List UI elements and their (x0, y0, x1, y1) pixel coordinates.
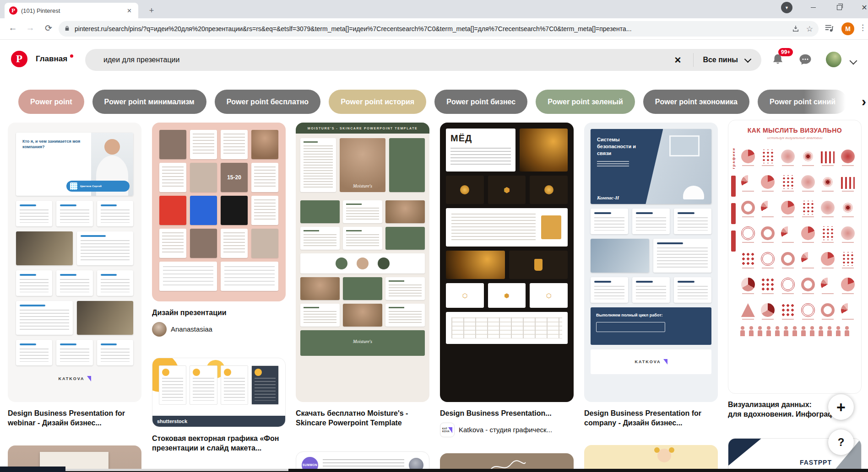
media-control-extension-icon[interactable] (824, 24, 834, 35)
url-text: pinterest.ru/search/pins/?q=идеи%20для%2… (75, 25, 785, 32)
industrial-photo-thumb (16, 231, 73, 265)
pin-image-design-collage[interactable]: 15-20 (152, 123, 286, 301)
tab-title: (101) Pinterest (21, 7, 125, 14)
pin-image-honey[interactable]: МЁД ⬢ ⬡⬢⬡ (440, 123, 574, 402)
portrait-photo: Moisture's (340, 138, 386, 192)
chip-power-point-free[interactable]: Power point бесплатно (215, 90, 320, 114)
monitor (669, 135, 700, 156)
new-tab-button[interactable]: + (146, 5, 157, 16)
pin-title[interactable]: Стоковая векторная графика «Фон презента… (152, 434, 286, 453)
help-button[interactable]: ? (828, 429, 854, 455)
pin-column-3: MOISTURE'S - SKINCARE POWERPOINT TEMPLAT… (296, 123, 429, 472)
cycle-slide: Выполняем полный цикл работ: (591, 307, 711, 345)
pin-image-infographic[interactable]: КАК МЫСЛИТЬ ВИЗУАЛЬНО используя визуальн… (728, 120, 862, 394)
pin-column-4: МЁД ⬢ ⬡⬢⬡ Design Business Presentation..… (440, 123, 574, 472)
user-avatar[interactable] (826, 52, 841, 67)
hard-hat (683, 186, 704, 199)
back-icon[interactable]: ← (6, 23, 19, 33)
pin-title[interactable]: Дизайн презентации (152, 308, 286, 318)
tab-bar: P (101) Pinterest ✕ + ▼ ✕ (0, 0, 868, 18)
browser-window: P (101) Pinterest ✕ + ▼ ✕ ← → ⟳ pinteres… (0, 0, 868, 472)
title-slide: Системы безопасности и связи Компас-Н (591, 129, 711, 204)
pin-title[interactable]: Design Business Presentation for company… (584, 409, 718, 428)
chips-fade-overlay (804, 87, 868, 117)
chrome-update-icon[interactable]: ▼ (781, 2, 792, 13)
pin-image-partial[interactable] (584, 445, 718, 472)
pin-title[interactable]: Design Business Presentation for webinar… (8, 409, 141, 428)
chip-power-point-minimalism[interactable]: Power point минимализм (92, 90, 206, 114)
qr-code (70, 182, 77, 190)
office-photo-thumb (591, 239, 649, 273)
chrome-menu-icon[interactable]: ⋮ (859, 23, 867, 32)
pinterest-favicon-icon: P (9, 6, 17, 15)
pin-column-2: 15-20 Дизайн презентации Ananastasiaa sh… (152, 123, 286, 472)
home-link[interactable]: Главная (36, 54, 67, 64)
katkova-logo: KATKOVA (635, 359, 667, 365)
katkova-logo: KATKOVA (16, 376, 133, 381)
infographic-side-rail: графики (728, 145, 738, 321)
search-divider (693, 53, 694, 67)
pin-title[interactable]: Скачать бесплатно Moisture's - Skincare … (296, 409, 429, 428)
pin-author[interactable]: KATKOVA Katkova - студия графическ... (440, 423, 574, 437)
author-avatar (152, 322, 167, 337)
pinterest-header: P Главная идеи для презентации ✕ Все пин… (0, 40, 868, 79)
tab-close-icon[interactable]: ✕ (125, 6, 134, 15)
search-scope-selector[interactable]: Все пины (703, 56, 738, 64)
template-header: MOISTURE'S - SKINCARE POWERPOINT TEMPLAT… (296, 123, 429, 134)
team-circles (300, 253, 425, 274)
infographic-people-row (728, 326, 861, 336)
chips-scroll-right-icon[interactable]: › (862, 94, 866, 109)
window-close-button[interactable]: ✕ (854, 0, 868, 15)
create-pin-button[interactable]: + (828, 394, 854, 420)
kompas-logo: Компас-Н (597, 195, 619, 200)
chip-power-point-economy[interactable]: Power point экономика (643, 90, 749, 114)
bookmark-star-icon[interactable]: ☆ (806, 24, 813, 34)
infographic-grid (738, 145, 861, 321)
fastppt-logo: FASTPPT (800, 459, 832, 466)
window-minimize-button[interactable] (803, 0, 823, 15)
honey-photo (520, 129, 568, 172)
cartoon-baby (657, 449, 671, 462)
search-filter-chips: Power point Power point минимализм Power… (18, 90, 868, 114)
window-restore-button[interactable] (829, 0, 849, 15)
katkova-avatar: KATKOVA (440, 423, 455, 437)
messages-icon[interactable] (798, 53, 812, 68)
search-input[interactable]: идеи для презентации (103, 56, 671, 64)
chip-power-point-history[interactable]: Power point история (329, 90, 426, 114)
lock-icon (64, 25, 70, 33)
chevron-down-icon[interactable] (744, 55, 752, 63)
notification-dot (70, 54, 73, 58)
pinterest-logo-icon[interactable]: P (11, 51, 27, 67)
pin-title[interactable]: Design Business Presentation... (440, 409, 574, 418)
portrait-photo-tile (251, 130, 278, 159)
forward-icon[interactable]: → (24, 23, 37, 33)
search-bar[interactable]: идеи для презентации ✕ Все пины (85, 49, 761, 71)
pin-author[interactable]: Ananastasiaa (152, 322, 286, 337)
address-bar[interactable]: pinterest.ru/search/pins/?q=идеи%20для%2… (59, 21, 819, 37)
shutterstock-watermark: shutterstock (152, 416, 285, 427)
reload-icon[interactable]: ⟳ (42, 23, 55, 33)
download-icon[interactable] (792, 25, 800, 33)
chip-power-point[interactable]: Power point (18, 90, 84, 114)
browser-tab-pinterest[interactable]: P (101) Pinterest ✕ (5, 3, 138, 18)
speaker-badge: Цветков Сергей (66, 181, 130, 192)
chip-power-point-green[interactable]: Power point зеленый (536, 90, 635, 114)
chip-power-point-business[interactable]: Power point бизнес (434, 90, 527, 114)
pin-image-shutterstock[interactable]: shutterstock (152, 358, 286, 427)
navy-triangle (728, 439, 783, 469)
pin-image-kompas[interactable]: Системы безопасности и связи Компас-Н Вы… (584, 123, 718, 402)
pin-image-interplast[interactable]: INTERPLAST Кто я, и чем занимается моя к… (8, 123, 141, 402)
pin-column-5: Системы безопасности и связи Компас-Н Вы… (584, 123, 718, 472)
chrome-profile-avatar[interactable]: M (841, 22, 854, 35)
pin-image-moistures[interactable]: MOISTURE'S - SKINCARE POWERPOINT TEMPLAT… (296, 123, 429, 402)
notifications-badge: 99+ (778, 48, 793, 56)
green-footer-slide: Moisture's (300, 330, 425, 356)
slide-thumb: INTERPLAST Кто я, и чем занимается моя к… (16, 133, 133, 196)
account-chevron-down-icon[interactable] (850, 57, 857, 65)
pin-column-1: INTERPLAST Кто я, и чем занимается моя к… (8, 123, 141, 472)
search-clear-icon[interactable]: ✕ (671, 55, 684, 65)
industrial-photo-thumb (77, 301, 134, 335)
